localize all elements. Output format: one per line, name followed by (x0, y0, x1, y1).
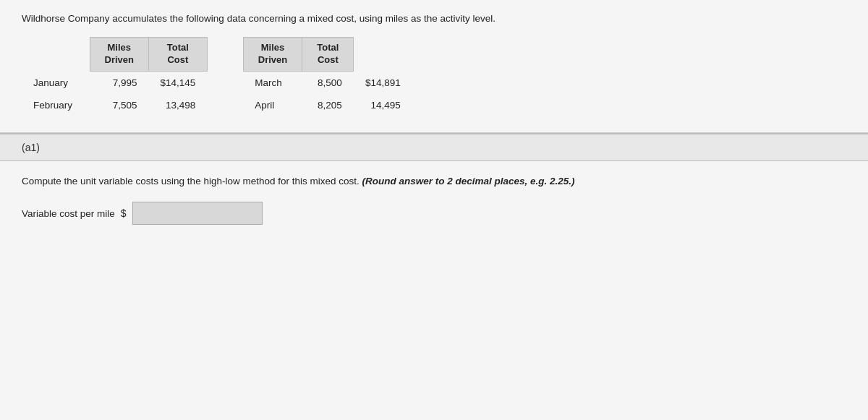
table-row: February 7,505 13,498 April 8,205 14,495 (22, 94, 412, 116)
spacer-header (207, 38, 243, 72)
month-february: February (22, 94, 90, 116)
cost-april: 14,495 (354, 94, 412, 116)
dollar-sign: $ (121, 207, 127, 219)
answer-row: Variable cost per mile $ (22, 202, 846, 225)
miles-march: 8,500 (302, 71, 354, 94)
cost-february: 13,498 (149, 94, 208, 116)
month-january: January (22, 71, 90, 94)
a1-section: (a1) (0, 133, 868, 161)
miles-april: 8,205 (302, 94, 354, 116)
page-container: Wildhorse Company accumulates the follow… (0, 0, 868, 420)
table-header-row: Miles Driven Total Cost Miles Driven Tot… (22, 38, 412, 72)
col-miles-driven-1: Miles Driven (90, 38, 148, 72)
a1-label: (a1) (22, 142, 40, 153)
data-table: Miles Driven Total Cost Miles Driven Tot… (22, 37, 412, 116)
spacer-cell-1 (207, 71, 243, 94)
col-miles-driven-2: Miles Driven (243, 38, 302, 72)
cost-march: $14,891 (354, 71, 412, 94)
cost-january: $14,145 (149, 71, 208, 94)
miles-january: 7,995 (90, 71, 148, 94)
question-note: (Round answer to 2 decimal places, e.g. … (362, 176, 575, 187)
variable-cost-label: Variable cost per mile (22, 208, 115, 219)
miles-february: 7,505 (90, 94, 148, 116)
intro-section: Wildhorse Company accumulates the follow… (0, 0, 868, 133)
table-row: January 7,995 $14,145 March 8,500 $14,89… (22, 71, 412, 94)
variable-cost-input[interactable] (132, 202, 263, 225)
month-march: March (243, 71, 302, 94)
col-total-cost-2: Total Cost (302, 38, 354, 72)
month-april: April (243, 94, 302, 116)
question-text: Compute the unit variable costs using th… (22, 174, 846, 189)
spacer-cell-2 (207, 94, 243, 116)
col-total-cost-1: Total Cost (149, 38, 208, 72)
intro-text: Wildhorse Company accumulates the follow… (22, 13, 846, 24)
question-section: Compute the unit variable costs using th… (0, 161, 868, 420)
question-main-text: Compute the unit variable costs using th… (22, 176, 359, 187)
empty-header (22, 38, 90, 72)
